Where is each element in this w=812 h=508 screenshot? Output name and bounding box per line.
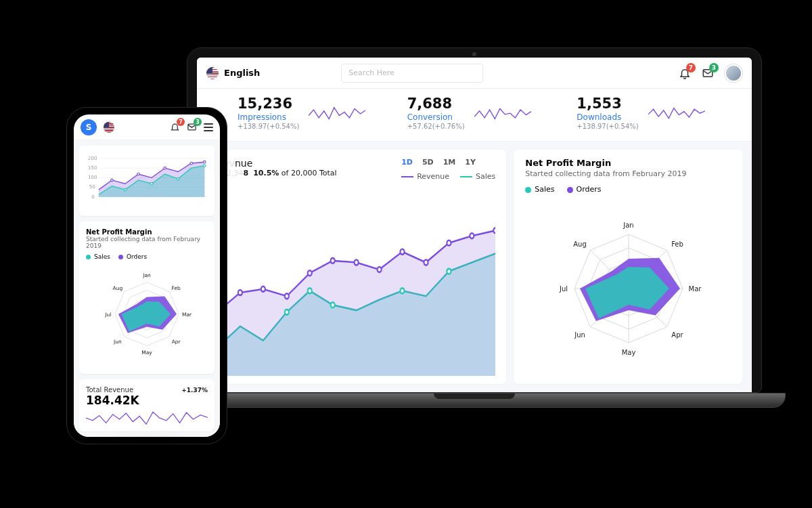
- range-1y[interactable]: 1Y: [465, 158, 476, 167]
- svg-text:Jan: Jan: [623, 221, 633, 229]
- message-badge: 3: [709, 63, 719, 72]
- svg-text:Aug: Aug: [573, 240, 587, 248]
- conversion-label: Conversion: [407, 112, 465, 122]
- stat-downloads: 1,553 Downloads +138.97(+0.54%): [577, 97, 740, 130]
- svg-text:50: 50: [89, 184, 96, 190]
- svg-point-52: [111, 179, 114, 182]
- npm-title: Net Profit Margin: [525, 158, 731, 168]
- mobile-body: 200 150 100 50 0: [74, 140, 220, 437]
- mail-icon[interactable]: 3: [187, 122, 197, 132]
- svg-point-53: [137, 173, 140, 175]
- spark-conversion: [474, 104, 531, 123]
- us-flag-icon: [206, 67, 219, 79]
- menu-icon[interactable]: [204, 123, 213, 131]
- npm-legend: Sales Orders: [525, 185, 731, 194]
- svg-point-9: [400, 249, 404, 255]
- impressions-value: 15,236: [238, 97, 299, 111]
- svg-point-12: [470, 233, 474, 238]
- laptop-frame: English Search Here 7 3: [187, 47, 762, 408]
- mobile-trend-card: 200 150 100 50 0: [79, 146, 215, 216]
- svg-point-4: [285, 293, 289, 299]
- mobile-npm-title: Net Profit Margin: [86, 228, 208, 236]
- search-input[interactable]: Search Here: [341, 64, 483, 83]
- stats-row: 15,236 Impressions +138.97(+0.54%) 7,688…: [197, 89, 752, 142]
- range-1m[interactable]: 1M: [443, 158, 456, 167]
- laptop-lid: English Search Here 7 3: [187, 47, 762, 393]
- mail-icon[interactable]: 3: [702, 67, 714, 79]
- svg-text:150: 150: [88, 165, 97, 171]
- svg-text:Jul: Jul: [104, 312, 111, 318]
- mobile-revenue-value: 184.42K: [86, 394, 139, 407]
- svg-text:Mar: Mar: [182, 312, 192, 318]
- net-profit-card: Net Profit Margin Started collecting dat…: [514, 150, 742, 384]
- svg-point-54: [164, 167, 166, 169]
- svg-text:Feb: Feb: [171, 285, 181, 291]
- svg-point-16: [331, 302, 335, 308]
- notification-badge: 7: [177, 118, 185, 126]
- svg-point-56: [204, 161, 206, 163]
- bell-icon[interactable]: 7: [679, 67, 691, 79]
- search-placeholder: Search Here: [348, 68, 394, 77]
- range-5d[interactable]: 5D: [422, 158, 434, 167]
- svg-text:Jun: Jun: [574, 331, 585, 339]
- impressions-label: Impressions: [238, 112, 299, 122]
- range-tabs: 1D 5D 1M 1Y: [401, 158, 495, 167]
- svg-point-15: [308, 288, 312, 293]
- svg-point-58: [150, 182, 153, 185]
- notification-badge: 7: [686, 63, 696, 72]
- svg-point-8: [378, 267, 382, 272]
- mobile-revenue-label: Total Revenue: [86, 386, 139, 394]
- svg-point-11: [447, 240, 451, 246]
- svg-text:Apr: Apr: [172, 339, 181, 345]
- svg-point-55: [190, 162, 193, 165]
- mobile-trend-chart: 200 150 100 50 0: [86, 152, 208, 207]
- us-flag-icon[interactable]: [104, 122, 114, 133]
- svg-text:Aug: Aug: [113, 285, 123, 291]
- svg-point-3: [261, 287, 265, 292]
- webcam: [472, 52, 476, 56]
- phone-shadow: [60, 437, 236, 468]
- spark-impressions: [309, 104, 365, 123]
- svg-text:0: 0: [91, 194, 95, 200]
- avatar[interactable]: [725, 64, 742, 82]
- stat-conversion: 7,688 Conversion +57.62(+0.76%): [407, 97, 570, 130]
- svg-point-57: [124, 188, 127, 191]
- revenue-subtitle: $12,348 10.5% of 20,000 Total: [217, 169, 337, 177]
- mobile-npm-card: Net Profit Margin Started collecting dat…: [79, 221, 215, 374]
- npm-subtitle: Started collecting data from February 20…: [525, 169, 731, 178]
- downloads-label: Downloads: [577, 112, 638, 122]
- app-logo[interactable]: S: [81, 119, 97, 135]
- svg-text:Feb: Feb: [671, 240, 683, 248]
- svg-text:Jul: Jul: [559, 285, 568, 293]
- revenue-chart: [217, 181, 495, 376]
- downloads-value: 1,553: [577, 97, 638, 111]
- svg-point-7: [355, 260, 359, 266]
- svg-text:100: 100: [88, 174, 97, 180]
- impressions-delta: +138.97(+0.54%): [238, 123, 299, 130]
- svg-point-60: [204, 165, 206, 167]
- panel-row: Revnue $12,348 10.5% of 20,000 Total 1D …: [197, 142, 752, 392]
- bell-icon[interactable]: 7: [170, 122, 180, 132]
- revenue-card: Revnue $12,348 10.5% of 20,000 Total 1D …: [206, 150, 506, 384]
- mobile-revenue-spark: [86, 407, 208, 431]
- conversion-delta: +57.62(+0.76%): [407, 123, 465, 130]
- svg-text:May: May: [141, 350, 152, 356]
- svg-point-6: [331, 258, 335, 263]
- svg-point-10: [424, 260, 428, 266]
- range-1d[interactable]: 1D: [401, 158, 413, 167]
- svg-point-2: [238, 290, 242, 295]
- svg-point-59: [177, 177, 179, 180]
- language-switcher[interactable]: English: [224, 68, 260, 78]
- mobile-header: S 7 3: [74, 114, 220, 140]
- svg-point-18: [447, 269, 451, 274]
- revenue-title: Revnue: [217, 158, 337, 169]
- mobile-npm-subtitle: Started collecting data from February 20…: [86, 236, 208, 249]
- mobile-radar-chart: Jan Feb Mar Apr May Jun Jul Aug: [86, 260, 208, 362]
- svg-text:May: May: [621, 349, 635, 356]
- svg-point-5: [308, 270, 312, 276]
- mobile-revenue-card: Total Revenue 184.42K +1.37%: [79, 379, 215, 431]
- svg-text:200: 200: [88, 155, 97, 161]
- app-header: English Search Here 7 3: [197, 58, 752, 89]
- phone-frame: S 7 3 200 150: [66, 107, 227, 444]
- desktop-app: English Search Here 7 3: [197, 58, 752, 392]
